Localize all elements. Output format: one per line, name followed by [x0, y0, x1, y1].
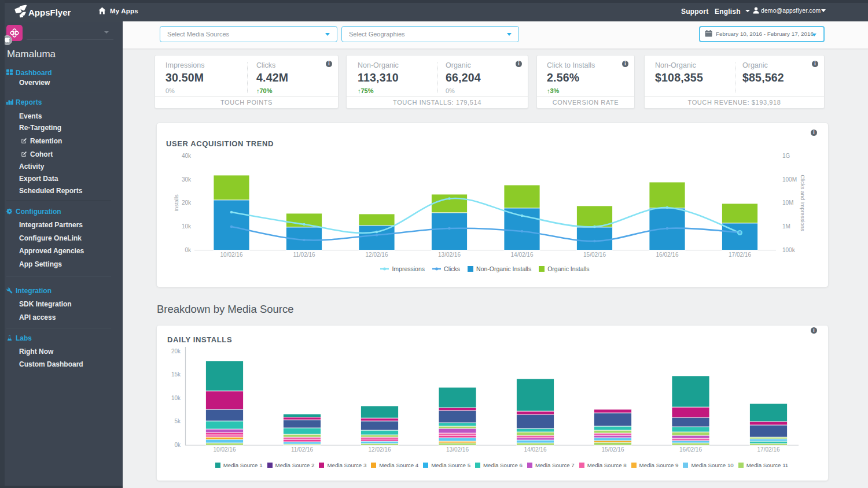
svg-text:10k: 10k: [171, 395, 181, 401]
svg-text:11/02/16: 11/02/16: [293, 252, 315, 258]
svg-text:14/02/16: 14/02/16: [511, 252, 534, 258]
svg-text:100M: 100M: [782, 176, 797, 183]
svg-text:10/02/16: 10/02/16: [220, 252, 243, 258]
svg-text:Installs: Installs: [173, 194, 179, 212]
svg-text:20k: 20k: [182, 199, 192, 206]
svg-text:5k: 5k: [174, 418, 181, 424]
svg-text:12/02/16: 12/02/16: [366, 252, 388, 258]
svg-text:AppsFlyer: AppsFlyer: [28, 8, 71, 17]
svg-text:16/02/16: 16/02/16: [679, 446, 702, 453]
svg-text:17/02/16: 17/02/16: [729, 252, 751, 258]
svg-text:1G: 1G: [782, 153, 790, 159]
svg-text:12/02/16: 12/02/16: [369, 446, 391, 453]
svg-text:17/02/16: 17/02/16: [757, 446, 780, 453]
svg-text:10/02/16: 10/02/16: [214, 446, 236, 453]
svg-text:1M: 1M: [782, 223, 790, 230]
svg-text:15/02/16: 15/02/16: [583, 252, 606, 258]
svg-text:10k: 10k: [182, 223, 192, 230]
svg-text:20k: 20k: [171, 348, 181, 354]
svg-text:0k: 0k: [185, 247, 192, 253]
svg-text:Clicks and Impressions: Clicks and Impressions: [800, 175, 806, 231]
svg-text:0k: 0k: [174, 442, 181, 448]
svg-text:11/02/16: 11/02/16: [291, 446, 314, 453]
svg-text:100k: 100k: [782, 247, 796, 253]
svg-text:16/02/16: 16/02/16: [656, 252, 679, 258]
svg-text:40k: 40k: [182, 153, 192, 159]
svg-text:14/02/16: 14/02/16: [524, 446, 547, 453]
svg-text:30k: 30k: [182, 176, 192, 183]
svg-text:15/02/16: 15/02/16: [602, 446, 624, 453]
svg-text:15k: 15k: [171, 371, 181, 378]
svg-text:13/02/16: 13/02/16: [438, 252, 461, 258]
svg-text:13/02/16: 13/02/16: [446, 446, 469, 453]
svg-text:10M: 10M: [782, 199, 793, 206]
